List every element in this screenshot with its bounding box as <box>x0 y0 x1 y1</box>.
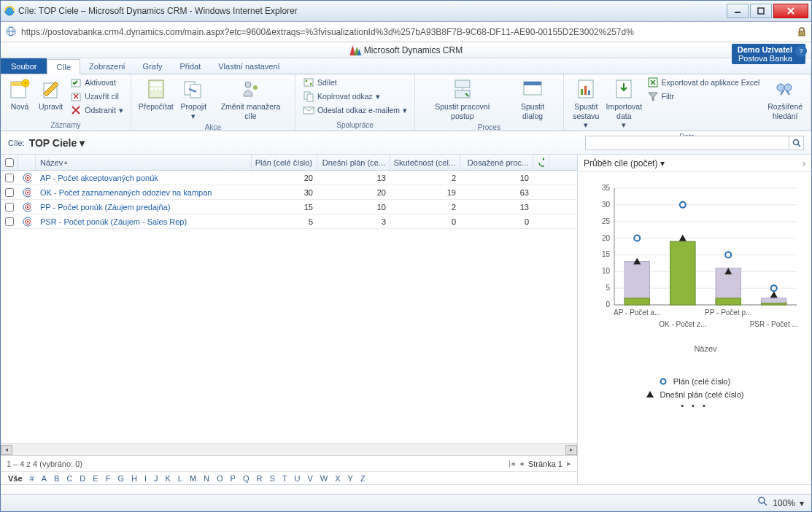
alpha-C[interactable]: C <box>66 474 72 483</box>
alpha-D[interactable]: D <box>80 474 85 483</box>
grid-body: AP - Počet akceptovaných ponúk2013210OK … <box>1 171 577 443</box>
select-all-checkbox[interactable] <box>1 155 18 170</box>
menu-file[interactable]: Soubor <box>1 58 47 74</box>
alpha-Q[interactable]: Q <box>243 474 250 483</box>
help-icon[interactable]: ? <box>795 45 807 57</box>
alpha-A[interactable]: A <box>42 474 47 483</box>
chevron-down-icon: ▾ <box>660 158 665 168</box>
alpha-#[interactable]: # <box>30 474 34 483</box>
alpha-L[interactable]: L <box>178 474 182 483</box>
ribbon-activate-button[interactable]: Aktivovat <box>67 76 126 89</box>
search-icon[interactable] <box>789 136 803 150</box>
alpha-Y[interactable]: Y <box>348 474 353 483</box>
table-row[interactable]: OK - Počet zaznamenaných odoziev na kamp… <box>1 185 577 200</box>
ribbon-run-report-button[interactable]: Spustit sestavu ▾ <box>568 76 604 131</box>
row-checkbox[interactable] <box>1 174 18 182</box>
alpha-K[interactable]: K <box>165 474 170 483</box>
scroll-left-button[interactable]: ◂ <box>1 445 12 455</box>
ribbon-new-button[interactable]: Nová <box>5 76 34 113</box>
menu-tab-grafy[interactable]: Grafy <box>134 58 171 74</box>
col-name[interactable]: Název ▲ <box>36 155 252 170</box>
alpha-P[interactable]: P <box>231 474 236 483</box>
alpha-V[interactable]: V <box>308 474 313 483</box>
alpha-I[interactable]: I <box>144 474 147 483</box>
row-name[interactable]: PSR - Počet ponúk (Záujem - Sales Rep) <box>36 217 252 226</box>
table-row[interactable]: AP - Počet akceptovaných ponúk2013210 <box>1 171 577 185</box>
ribbon-copy-link-button[interactable]: Kopírovat odkaz ▾ <box>300 90 410 103</box>
alpha-M[interactable]: M <box>190 474 196 483</box>
ribbon-recalculate-button[interactable]: Přepočítat <box>136 76 177 113</box>
alpha-W[interactable]: W <box>320 474 328 483</box>
next-page-button[interactable]: ▸ <box>567 459 571 468</box>
chevron-down-icon: ▾ <box>80 137 85 149</box>
alpha-Z[interactable]: Z <box>360 474 366 483</box>
alpha-R[interactable]: R <box>257 474 263 483</box>
zoom-dropdown-icon[interactable]: ▾ <box>800 498 804 508</box>
ribbon-share-button[interactable]: Sdílet <box>300 76 410 89</box>
minimize-button[interactable] <box>727 4 749 18</box>
grid-header: Název ▲ Plán (celé číslo) Dnešní plán (c… <box>1 155 577 171</box>
row-checkbox[interactable] <box>1 188 18 197</box>
alpha-E[interactable]: E <box>93 474 98 483</box>
svg-rect-8 <box>799 31 805 36</box>
row-checkbox[interactable] <box>1 217 18 226</box>
ribbon-delete-button[interactable]: Odstranit ▾ <box>67 104 126 117</box>
alpha-T[interactable]: T <box>282 474 287 483</box>
svg-rect-79 <box>670 241 695 305</box>
alpha-G[interactable]: G <box>117 474 124 483</box>
refresh-icon[interactable] <box>533 155 549 170</box>
first-page-button[interactable]: |◂ <box>509 459 515 468</box>
url-field[interactable]: https://postovabanka.crm4.dynamics.com/m… <box>21 27 792 37</box>
ie-icon <box>4 5 15 17</box>
alpha-all[interactable]: Vše <box>8 474 23 483</box>
ribbon-email-link-button[interactable]: Odeslat odkaz e-mailem ▾ <box>300 104 410 117</box>
scroll-right-button[interactable]: ▸ <box>565 445 577 455</box>
ribbon-link-button[interactable]: Propojit ▾ <box>178 76 210 122</box>
ribbon-import-button[interactable]: Importovat data ▾ <box>606 76 643 131</box>
ribbon-change-manager-button[interactable]: Změnit manažera cíle <box>211 76 290 122</box>
alpha-N[interactable]: N <box>204 474 209 483</box>
alpha-O[interactable]: O <box>217 474 223 483</box>
row-name[interactable]: OK - Počet zaznamenaných odoziev na kamp… <box>36 188 252 197</box>
chart-title[interactable]: Průběh cíle (počet) ▾ › <box>578 155 811 172</box>
menu-tab-vlastní nastavení[interactable]: Vlastní nastavení <box>209 58 288 74</box>
zoom-icon[interactable] <box>758 497 768 509</box>
ribbon-advanced-find-button[interactable]: Rozšířené hledání <box>764 76 806 122</box>
ribbon-close-goal-button[interactable]: Uzavřít cíl <box>67 90 126 103</box>
search-box[interactable] <box>585 136 804 150</box>
menu-tab-zobrazení[interactable]: Zobrazení <box>80 58 134 74</box>
col-actual[interactable]: Skutečnost (cel... <box>390 155 460 170</box>
chart-expand-icon[interactable]: › <box>803 158 805 168</box>
address-bar: https://postovabanka.crm4.dynamics.com/m… <box>1 22 811 42</box>
user-info[interactable]: Demo Uzivatel Postova Banka ? <box>732 44 805 64</box>
menu-tab-přidat[interactable]: Přidat <box>171 58 209 74</box>
table-row[interactable]: PP - Počet ponúk (Záujem predajňa)151021… <box>1 200 577 214</box>
col-percent[interactable]: Dosažené proc... <box>460 155 533 170</box>
col-today[interactable]: Dnešní plán (ce... <box>317 155 390 170</box>
row-name[interactable]: AP - Počet akceptovaných ponúk <box>36 174 252 182</box>
ribbon-run-dialog-button[interactable]: Spustit dialog <box>507 76 559 122</box>
alpha-F[interactable]: F <box>106 474 111 483</box>
col-plan[interactable]: Plán (celé číslo) <box>252 155 317 170</box>
prev-page-button[interactable]: ◂ <box>519 459 524 468</box>
row-name[interactable]: PP - Počet ponúk (Záujem predajňa) <box>36 203 252 212</box>
row-checkbox[interactable] <box>1 203 18 212</box>
search-input[interactable] <box>586 139 789 147</box>
svg-rect-2 <box>758 8 764 14</box>
horizontal-scrollbar[interactable]: ◂ ▸ <box>1 443 577 455</box>
close-button[interactable] <box>773 4 808 18</box>
ribbon-run-workflow-button[interactable]: Spustit pracovní postup <box>419 76 506 122</box>
alpha-B[interactable]: B <box>54 474 59 483</box>
table-row[interactable]: PSR - Počet ponúk (Záujem - Sales Rep)53… <box>1 214 577 229</box>
view-name-dropdown[interactable]: TOP Ciele ▾ <box>29 137 85 149</box>
alpha-J[interactable]: J <box>154 474 158 483</box>
ribbon-export-excel-button[interactable]: Exportovat do aplikace Excel <box>644 76 763 89</box>
alpha-X[interactable]: X <box>335 474 340 483</box>
maximize-button[interactable] <box>750 4 772 18</box>
alpha-S[interactable]: S <box>269 474 274 483</box>
ribbon-filter-button[interactable]: Filtr <box>644 90 763 103</box>
alpha-H[interactable]: H <box>131 474 137 483</box>
ribbon-edit-button[interactable]: Upravit <box>36 76 66 113</box>
menu-tab-cíle[interactable]: Cíle <box>47 59 80 74</box>
alpha-U[interactable]: U <box>295 474 301 483</box>
